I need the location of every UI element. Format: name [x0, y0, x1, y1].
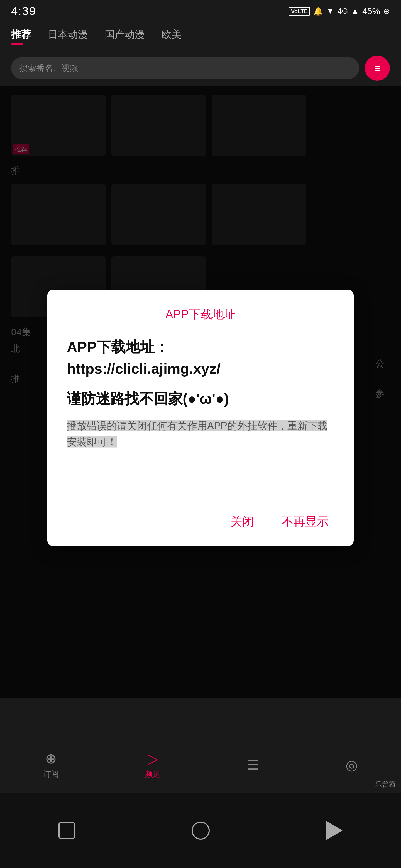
data-icon: ▲: [351, 7, 359, 16]
tab-china-anime[interactable]: 国产动漫: [105, 28, 145, 44]
status-bar: 4:39 VoLTE 🔔 ▼ 4G ▲ 45% ⊕: [0, 0, 401, 22]
watermark-text: 乐普霸: [375, 780, 395, 788]
bottom-nav-subscribe[interactable]: ⊕ 订阅: [43, 751, 59, 779]
profile-icon: ◎: [346, 757, 358, 773]
dialog-spacer: [67, 456, 334, 505]
search-btn[interactable]: ≡: [365, 56, 390, 81]
mute-icon: 🔔: [313, 7, 323, 16]
status-time: 4:39: [11, 4, 36, 18]
back-icon: [326, 821, 343, 840]
dialog-note-highlighted: 播放错误的请关闭任何有关作用APP的外挂软件，重新下载安装即可！: [67, 420, 327, 447]
battery-indicator: 45%: [362, 6, 380, 17]
dialog-warning-text: 谨防迷路找不回家(●'ω'●): [67, 388, 334, 409]
watermark: 乐普霸: [375, 780, 395, 789]
channel-icon: ▷: [148, 751, 158, 767]
bottom-nav: ⊕ 订阅 ▷ 频道 ☰ ◎: [0, 737, 401, 793]
nav-tabs: 推荐 日本动漫 国产动漫 欧美: [0, 22, 401, 50]
dialog-body-text-2: https://clicli.ajimg.xyz/: [67, 361, 221, 377]
tab-recommend[interactable]: 推荐: [11, 28, 31, 44]
menu-icon: ☰: [247, 757, 259, 773]
status-icons: VoLTE 🔔 ▼ 4G ▲ 45% ⊕: [289, 6, 390, 17]
tab-japan-anime[interactable]: 日本动漫: [48, 28, 88, 44]
tab-western[interactable]: 欧美: [162, 28, 181, 44]
search-bar[interactable]: 搜索番名、视频: [11, 57, 359, 79]
android-btn-recent[interactable]: [56, 819, 78, 842]
wifi-icon: ▼: [326, 7, 334, 16]
close-button[interactable]: 关闭: [225, 511, 260, 532]
volte-icon: VoLTE: [289, 7, 310, 16]
android-btn-back[interactable]: [323, 819, 345, 842]
dialog-title: APP下载地址: [67, 307, 334, 322]
bottom-nav-subscribe-label: 订阅: [43, 769, 59, 779]
dialog-body: APP下载地址： https://clicli.ajimg.xyz/: [67, 336, 334, 379]
bottom-nav-channel[interactable]: ▷ 频道: [145, 751, 161, 779]
battery-add-icon: ⊕: [383, 7, 390, 16]
dialog: APP下载地址 APP下载地址： https://clicli.ajimg.xy…: [47, 290, 354, 546]
no-more-button[interactable]: 不再显示: [276, 511, 334, 532]
search-bar-container: 搜索番名、视频 ≡: [0, 50, 401, 86]
dialog-note: 播放错误的请关闭任何有关作用APP的外挂软件，重新下载安装即可！: [67, 418, 334, 450]
home-icon: [192, 822, 210, 840]
dialog-body-text-1: APP下载地址：: [67, 339, 169, 355]
search-placeholder: 搜索番名、视频: [20, 63, 78, 74]
bottom-nav-channel-label: 频道: [145, 769, 161, 779]
search-btn-icon: ≡: [374, 62, 380, 74]
recent-apps-icon: [58, 822, 75, 839]
android-nav-bar: [0, 793, 401, 868]
subscribe-icon: ⊕: [45, 751, 57, 767]
bottom-nav-profile[interactable]: ◎: [346, 757, 358, 773]
android-btn-home[interactable]: [189, 819, 212, 842]
signal-icon: 4G: [338, 7, 348, 16]
bottom-nav-menu[interactable]: ☰: [247, 757, 259, 773]
dialog-actions: 关闭 不再显示: [67, 511, 334, 532]
